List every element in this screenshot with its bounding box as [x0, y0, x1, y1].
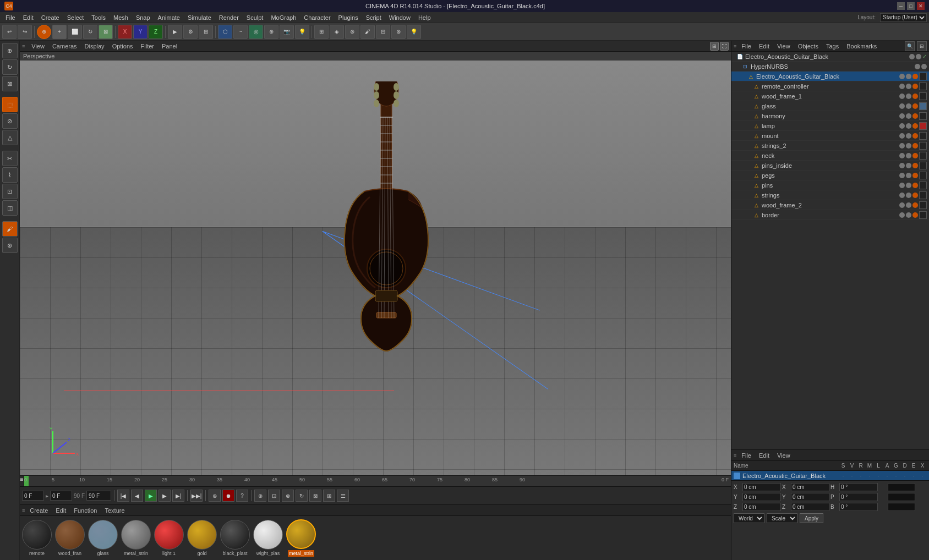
select-object-button[interactable]: +	[52, 25, 67, 39]
goto-end-2-button[interactable]: ▶▶|	[190, 490, 203, 502]
tool-scale[interactable]: ⊠	[2, 76, 18, 91]
obj-item-guitar[interactable]: △ Electro_Acoustic_Guitar_Black	[731, 72, 929, 81]
obj-item-harmony[interactable]: △ harmony	[731, 111, 929, 121]
coord-z-size[interactable]	[791, 503, 829, 511]
menu-animate[interactable]: Animate	[155, 13, 183, 22]
key-scale-button[interactable]: ⊠	[309, 490, 321, 502]
material-metal-strin2[interactable]: metal_strin	[286, 519, 316, 557]
render-queue-button[interactable]: ⊞	[199, 25, 213, 39]
key-pla-button[interactable]: ☰	[337, 490, 349, 502]
tool-paint[interactable]: 🖌	[2, 221, 18, 237]
obj-item-hypernurbs[interactable]: ⊡ HyperNURBS	[731, 62, 929, 72]
spline-button[interactable]: ~	[233, 25, 248, 39]
key-all-button[interactable]: ⊕	[254, 490, 266, 502]
material-metal-string[interactable]: metal_strin	[121, 520, 151, 556]
record-active-button[interactable]: ⊚	[209, 490, 221, 502]
material-remote[interactable]: remote	[22, 520, 52, 556]
menu-window[interactable]: Window	[386, 13, 414, 22]
coord-x-pos[interactable]	[742, 483, 781, 491]
coord-extra-3[interactable]	[888, 503, 915, 511]
z-axis-button[interactable]: Z	[149, 25, 163, 39]
tool-knife[interactable]: ✂	[2, 151, 18, 166]
obj-item-pins[interactable]: △ pins	[731, 180, 929, 190]
camera-button[interactable]: 📷	[280, 25, 294, 39]
coord-extra-1[interactable]	[888, 483, 915, 491]
viewport-menu-filter[interactable]: Filter	[138, 42, 157, 51]
menu-mesh[interactable]: Mesh	[110, 13, 132, 22]
nurbs-button[interactable]: ◎	[249, 25, 263, 39]
obj-item-pins-inside[interactable]: △ pins_inside	[731, 161, 929, 171]
menu-tools[interactable]: Tools	[88, 13, 109, 22]
menu-character[interactable]: Character	[300, 13, 334, 22]
obj-item-pegs[interactable]: △ pegs	[731, 171, 929, 180]
key-pos-button[interactable]: ⊗	[282, 490, 294, 502]
menu-mograph[interactable]: MoGraph	[267, 13, 299, 22]
rotate-tool-button[interactable]: ↻	[83, 25, 97, 39]
obj-menu-objects[interactable]: Objects	[795, 42, 821, 51]
light-button[interactable]: 💡	[295, 25, 309, 39]
menu-render[interactable]: Render	[216, 13, 242, 22]
frame-end-input[interactable]	[86, 491, 111, 501]
objects-button[interactable]: ⬡	[218, 25, 232, 39]
coord-apply-button[interactable]: Apply	[800, 513, 823, 523]
viewport-fullscreen-button[interactable]: ⛶	[720, 42, 729, 51]
menu-select[interactable]: Select	[64, 13, 88, 22]
menu-plugins[interactable]: Plugins	[335, 13, 362, 22]
menu-script[interactable]: Script	[363, 13, 385, 22]
menu-sculpt[interactable]: Sculpt	[243, 13, 267, 22]
scale-tool-button[interactable]: ⊠	[99, 25, 113, 39]
viewport-menu-display[interactable]: Display	[81, 42, 108, 51]
key-param-button[interactable]: ⊞	[323, 490, 335, 502]
timeline-track[interactable]: 0 5 10 15 20 25 30 35 40 45 50 55 60 65 …	[24, 476, 731, 486]
obj-item-glass[interactable]: △ glass	[731, 101, 929, 111]
menu-edit[interactable]: Edit	[20, 13, 37, 22]
coord-b-val[interactable]	[839, 503, 878, 511]
tool-rotate[interactable]: ↻	[2, 59, 18, 75]
coord-z-pos[interactable]	[742, 503, 781, 511]
coord-y-pos[interactable]	[742, 493, 781, 501]
edit-tool-button[interactable]: ⬜	[68, 25, 82, 39]
viewport-menu-options[interactable]: Options	[109, 42, 136, 51]
material-gold[interactable]: gold	[187, 520, 217, 556]
obj-search-button[interactable]: 🔍	[905, 41, 915, 51]
coord-x-size[interactable]	[791, 483, 829, 491]
key-sel-button[interactable]: ⊡	[268, 490, 280, 502]
viewport-3d[interactable]: X Y Z	[20, 61, 731, 475]
coord-scale-dropdown[interactable]: Scale	[767, 513, 797, 523]
frame-current-input[interactable]	[22, 491, 44, 501]
auto-key-button[interactable]: ?	[236, 490, 248, 502]
minimize-button[interactable]: ─	[897, 2, 905, 10]
undo-button[interactable]: ↩	[2, 25, 17, 39]
render-settings-button[interactable]: ⚙	[183, 25, 198, 39]
coord-p-val[interactable]	[839, 493, 878, 501]
menu-help[interactable]: Help	[415, 13, 434, 22]
tool-polygon[interactable]: △	[2, 130, 18, 145]
menu-file[interactable]: File	[2, 13, 19, 22]
obj-filter-button[interactable]: ⊟	[917, 41, 927, 51]
viewport-layout-button[interactable]: ⊞	[710, 42, 719, 51]
maximize-button[interactable]: □	[907, 2, 915, 10]
coord-extra-2[interactable]	[888, 493, 915, 501]
fracture-button[interactable]: ◈	[330, 25, 344, 39]
menu-snap[interactable]: Snap	[133, 13, 154, 22]
obj-item-neck[interactable]: △ neck	[731, 151, 929, 161]
light2-button[interactable]: 💡	[407, 25, 421, 39]
obj-item-remote[interactable]: △ remote_controller	[731, 81, 929, 91]
tool-bevel[interactable]: ◫	[2, 200, 18, 216]
tool-magnet[interactable]: ⊛	[2, 238, 18, 253]
tool-extrude[interactable]: ⊡	[2, 184, 18, 199]
next-frame-button[interactable]: ▶	[159, 490, 171, 502]
tool-move[interactable]: ⊕	[2, 43, 18, 58]
menu-simulate[interactable]: Simulate	[184, 13, 215, 22]
coord-y-size[interactable]	[791, 493, 829, 501]
layout-selector[interactable]: Startup (User)	[880, 13, 927, 22]
obj-item-root[interactable]: 📄 Electro_Acoustic_Guitar_Black ✓	[731, 52, 929, 62]
material-wood-frame[interactable]: wood_fran	[55, 520, 85, 556]
obj-menu-edit[interactable]: Edit	[756, 42, 772, 51]
attr-menu-edit[interactable]: Edit	[756, 451, 772, 460]
tool-select[interactable]: ⬚	[2, 97, 18, 112]
viewport-menu-view[interactable]: View	[28, 42, 48, 51]
menu-create[interactable]: Create	[38, 13, 63, 22]
frame-display-input[interactable]	[50, 491, 72, 501]
obj-item-lamp[interactable]: △ lamp	[731, 121, 929, 131]
